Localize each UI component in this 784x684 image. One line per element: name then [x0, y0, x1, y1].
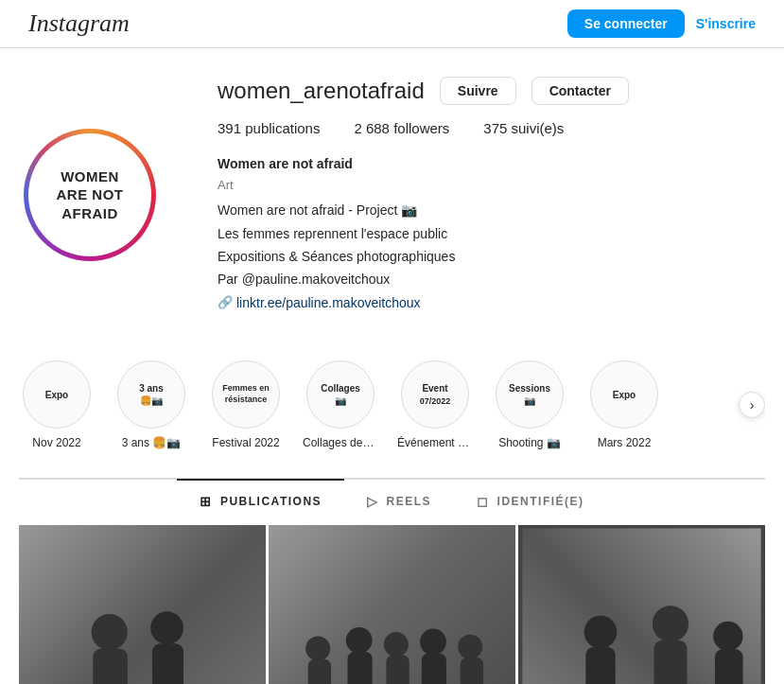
highlight-label-femmes: Festival 2022 — [212, 436, 279, 449]
highlight-expo1[interactable]: Expo Nov 2022 — [19, 360, 95, 449]
highlight-collages[interactable]: Collages📷 Collages des ... — [303, 360, 378, 449]
publications-stat: 391 publications — [218, 120, 320, 136]
svg-point-4 — [150, 611, 183, 644]
svg-rect-15 — [422, 654, 446, 684]
followers-stat: 2 688 followers — [354, 120, 449, 136]
highlight-next-button[interactable]: › — [739, 392, 765, 418]
highlight-circle-expo2: Expo — [590, 360, 658, 429]
svg-point-23 — [584, 616, 618, 649]
avatar-wrap: WOMEN ARE NOT AFRAID — [19, 77, 161, 313]
bio-name: Women are not afraid — [218, 153, 765, 174]
svg-point-2 — [92, 614, 128, 650]
highlight-label-expo2: Mars 2022 — [598, 436, 652, 449]
profile-info: women_arenotafraid Suivre Contacter 391 … — [218, 77, 765, 313]
highlight-label-3ans: 3 ans 🍔📷 — [122, 436, 182, 449]
tab-reels-label: REELS — [387, 495, 432, 508]
tab-identified-label: IDENTIFIÉ(E) — [497, 495, 584, 508]
avatar-inner: WOMEN ARE NOT AFRAID — [28, 133, 151, 256]
photo-svg-1 — [19, 525, 266, 684]
photo-svg-2 — [269, 525, 515, 684]
svg-point-16 — [458, 635, 482, 659]
profile-stats: 391 publications 2 688 followers 375 sui… — [218, 120, 765, 136]
highlight-label-expo1: Nov 2022 — [32, 436, 80, 449]
bio-line-3: Expositions & Séances photographiques — [218, 246, 765, 267]
tab-publications-label: PUBLICATIONS — [220, 495, 322, 508]
instagram-logo: Instagram — [28, 9, 130, 38]
contact-button[interactable]: Contacter — [531, 77, 629, 105]
svg-rect-17 — [461, 658, 483, 684]
svg-point-27 — [713, 622, 742, 651]
signup-button[interactable]: S'inscrire — [696, 16, 756, 31]
svg-rect-1 — [19, 525, 266, 684]
highlight-circle-3ans: 3 ans🍔📷 — [117, 360, 185, 429]
svg-rect-22 — [518, 525, 765, 528]
svg-rect-5 — [152, 643, 183, 684]
tab-reels[interactable]: ▷ REELS — [344, 479, 454, 522]
identified-icon: ◻ — [477, 494, 490, 509]
svg-point-25 — [653, 605, 688, 641]
follow-button[interactable]: Suivre — [440, 77, 516, 105]
highlight-circle-collages: Collages📷 — [306, 360, 375, 429]
tab-identified[interactable]: ◻ IDENTIFIÉ(E) — [454, 479, 607, 522]
svg-point-12 — [384, 632, 409, 657]
link-icon: 🔗 — [218, 293, 233, 313]
bio-line-4[interactable]: Par @pauline.makoveitchoux — [218, 269, 765, 289]
login-button[interactable]: Se connecter — [567, 9, 685, 38]
bio-link-text: linktr.ee/pauline.makoveitchoux — [236, 292, 421, 313]
bio: Women are not afraid Art Women are not a… — [218, 153, 765, 313]
header: Instagram Se connecter S'inscrire — [0, 0, 784, 48]
highlight-event[interactable]: Event07/2022 Événement 0... — [397, 360, 473, 449]
photo-item-1[interactable] — [19, 525, 266, 684]
avatar-ring: WOMEN ARE NOT AFRAID — [24, 129, 156, 261]
svg-point-10 — [346, 627, 373, 654]
svg-rect-20 — [518, 525, 522, 684]
bio-category: Art — [218, 176, 765, 196]
svg-rect-11 — [348, 652, 373, 684]
highlight-circle-sessions: Sessions📷 — [496, 360, 564, 429]
profile-top: women_arenotafraid Suivre Contacter — [218, 77, 765, 105]
highlight-circle-femmes: Femmes en résistance — [212, 360, 280, 429]
bio-line-2: Les femmes reprennent l'espace public — [218, 223, 765, 244]
svg-rect-9 — [308, 659, 331, 684]
highlight-sessions[interactable]: Sessions📷 Shooting 📷 — [492, 360, 567, 449]
username: women_arenotafraid — [218, 78, 425, 104]
header-actions: Se connecter S'inscrire — [567, 9, 756, 38]
svg-point-8 — [305, 637, 330, 661]
photo-grid — [19, 525, 765, 684]
photo-svg-3 — [518, 525, 765, 684]
highlight-label-event: Événement 0... — [397, 436, 473, 449]
bio-link[interactable]: 🔗 linktr.ee/pauline.makoveitchoux — [218, 292, 765, 313]
svg-rect-3 — [93, 649, 128, 684]
profile-header: WOMEN ARE NOT AFRAID women_arenotafraid … — [19, 77, 765, 313]
profile-container: WOMEN ARE NOT AFRAID women_arenotafraid … — [0, 77, 784, 684]
highlight-3ans[interactable]: 3 ans🍔📷 3 ans 🍔📷 — [113, 360, 189, 449]
bio-line-1: Women are not afraid - Project 📷 — [218, 200, 765, 220]
highlight-expo2[interactable]: Expo Mars 2022 — [586, 360, 662, 449]
tabs: ⊞ PUBLICATIONS ▷ REELS ◻ IDENTIFIÉ(E) — [19, 479, 765, 522]
svg-rect-13 — [386, 656, 409, 684]
highlights: Expo Nov 2022 3 ans🍔📷 3 ans 🍔📷 Femmes en… — [19, 342, 765, 468]
svg-rect-21 — [761, 525, 765, 684]
highlight-circle-expo1: Expo — [23, 360, 91, 429]
photo-item-3[interactable] — [518, 525, 765, 684]
photo-item-2[interactable] — [269, 525, 515, 684]
highlight-label-collages: Collages des ... — [303, 436, 378, 449]
publications-icon: ⊞ — [200, 494, 213, 509]
svg-rect-26 — [654, 640, 688, 684]
svg-point-14 — [420, 629, 446, 656]
svg-rect-24 — [585, 647, 615, 684]
following-stat: 375 suivi(e)s — [483, 120, 564, 136]
reels-icon: ▷ — [367, 494, 379, 509]
highlight-femmes[interactable]: Femmes en résistance Festival 2022 — [208, 360, 284, 449]
highlight-circle-event: Event07/2022 — [401, 360, 469, 429]
svg-rect-28 — [715, 650, 743, 684]
avatar: WOMEN ARE NOT AFRAID — [57, 167, 124, 223]
highlight-label-sessions: Shooting 📷 — [498, 436, 561, 449]
tab-publications[interactable]: ⊞ PUBLICATIONS — [177, 479, 344, 522]
